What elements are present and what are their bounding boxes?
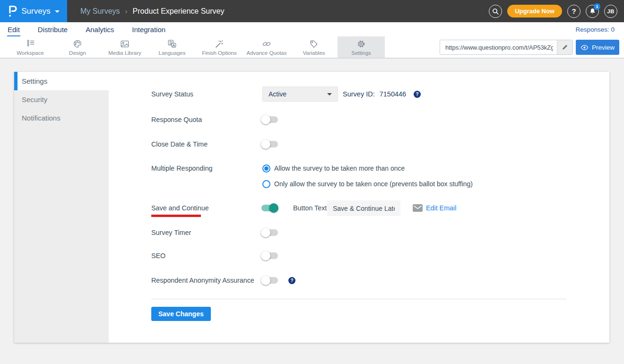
survey-id-value: 7150446	[380, 90, 406, 98]
respondent-anonymity-toggle[interactable]	[261, 277, 278, 284]
survey-status-label: Survey Status	[151, 90, 193, 98]
dropdown-caret-icon	[327, 93, 332, 95]
tab-analytics[interactable]: Analytics	[85, 24, 114, 36]
close-date-time-toggle[interactable]	[261, 141, 278, 147]
eye-icon	[581, 45, 589, 50]
edit-url-button[interactable]	[557, 40, 572, 54]
pencil-icon	[562, 44, 568, 51]
help-button[interactable]: ?	[567, 5, 581, 18]
header-actions: Upgrade Now ? 1 JB	[489, 5, 624, 18]
survey-id-help-icon[interactable]: ?	[414, 91, 421, 98]
preview-button[interactable]: Preview	[576, 40, 619, 55]
tab-integration[interactable]: Integration	[131, 24, 166, 36]
survey-url-group	[440, 40, 573, 55]
surveys-product-menu[interactable]: Surveys	[0, 0, 67, 22]
toolbar-tab-design[interactable]: Design	[54, 36, 101, 58]
survey-timer-label: Survey Timer	[151, 229, 191, 236]
chevron-down-icon	[55, 10, 60, 13]
edit-email-link[interactable]: Edit Email	[426, 204, 456, 212]
survey-section-nav: Edit Distribute Analytics Integration Re…	[0, 22, 624, 36]
multiple-responding-radio-only-once[interactable]	[262, 180, 270, 188]
upgrade-now-button[interactable]: Upgrade Now	[507, 5, 562, 17]
form-divider	[151, 299, 567, 299]
sidebar-item-settings[interactable]: Settings	[14, 72, 109, 90]
breadcrumb: My Surveys › Product Experience Survey	[80, 7, 224, 16]
survey-timer-toggle[interactable]	[261, 229, 278, 236]
notifications-button[interactable]: 1	[586, 5, 599, 18]
page-title: Product Experience Survey	[133, 7, 225, 16]
radio-label-more-than-once: Allow the survey to be taken more than o…	[274, 165, 405, 172]
save-and-continue-label: Save and Continue	[151, 204, 209, 212]
survey-status-dropdown[interactable]: Active	[262, 87, 338, 102]
responses-count: Responses: 0	[575, 26, 615, 36]
finish-options-wand-icon	[214, 39, 225, 49]
save-and-continue-toggle[interactable]	[261, 205, 278, 211]
editor-toolbar: Workspace Design Media Library Languages	[0, 36, 624, 59]
seo-label: SEO	[151, 252, 165, 260]
questionpro-logo	[8, 5, 17, 17]
survey-id-row: Survey ID: 7150446 ?	[343, 90, 421, 98]
response-quota-label: Response Quota	[151, 116, 202, 123]
respondent-anonymity-help-icon[interactable]: ?	[288, 277, 295, 284]
email-icon[interactable]	[413, 204, 423, 214]
breadcrumb-my-surveys[interactable]: My Surveys	[80, 7, 120, 16]
media-library-icon	[120, 39, 130, 49]
search-icon	[492, 8, 499, 15]
toolbar-tab-languages[interactable]: Languages	[148, 36, 196, 58]
settings-gear-icon	[356, 39, 366, 49]
avatar[interactable]: JB	[604, 5, 617, 18]
search-button[interactable]	[489, 5, 502, 18]
radio-label-only-once: Only allow the survey to be taken once (…	[274, 180, 473, 188]
seo-toggle[interactable]	[261, 252, 278, 259]
notification-badge: 1	[594, 3, 600, 10]
settings-card: Settings Security Notifications Survey S…	[14, 72, 609, 343]
breadcrumb-chevron-icon: ›	[125, 7, 128, 15]
design-palette-icon	[72, 39, 83, 49]
toolbar-tab-finish-options[interactable]: Finish Options	[196, 36, 243, 58]
variables-tag-icon	[309, 39, 319, 49]
multiple-responding-radio-more-than-once[interactable]	[262, 165, 270, 173]
respondent-anonymity-label: Respondent Anonymity Assurance	[151, 277, 254, 284]
sidebar-background	[14, 90, 109, 343]
sidebar-item-notifications[interactable]: Notifications	[14, 109, 109, 127]
toolbar-tab-advance-quotas[interactable]: Advance Quotas	[243, 36, 290, 58]
languages-icon	[167, 39, 177, 49]
close-date-time-label: Close Date & Time	[151, 140, 208, 148]
survey-url-input[interactable]	[440, 40, 557, 54]
sidebar-item-security[interactable]: Security	[14, 90, 109, 109]
toolbar-tab-media-library[interactable]: Media Library	[101, 36, 148, 58]
toolbar-tab-workspace[interactable]: Workspace	[7, 36, 54, 58]
tab-edit[interactable]: Edit	[7, 24, 20, 36]
help-icon: ?	[572, 7, 576, 15]
survey-id-label: Survey ID:	[343, 90, 375, 98]
save-changes-button[interactable]: Save Changes	[151, 307, 211, 321]
toolbar-tab-settings[interactable]: Settings	[338, 36, 385, 58]
tab-distribute[interactable]: Distribute	[37, 24, 68, 36]
response-quota-toggle[interactable]	[261, 116, 278, 123]
toolbar-tab-variables[interactable]: Variables	[290, 36, 338, 58]
settings-page: Settings Security Notifications Survey S…	[0, 59, 624, 364]
button-text-input[interactable]	[327, 200, 400, 216]
surveys-menu-label: Surveys	[21, 7, 50, 16]
save-and-continue-highlight	[151, 215, 201, 217]
survey-status-value: Active	[269, 90, 327, 98]
advance-quotas-link-icon	[261, 39, 272, 49]
button-text-label: Button Text	[293, 204, 327, 212]
multiple-responding-label: Multiple Responding	[151, 165, 213, 172]
top-header: Surveys My Surveys › Product Experience …	[0, 0, 624, 22]
workspace-icon	[25, 39, 35, 49]
